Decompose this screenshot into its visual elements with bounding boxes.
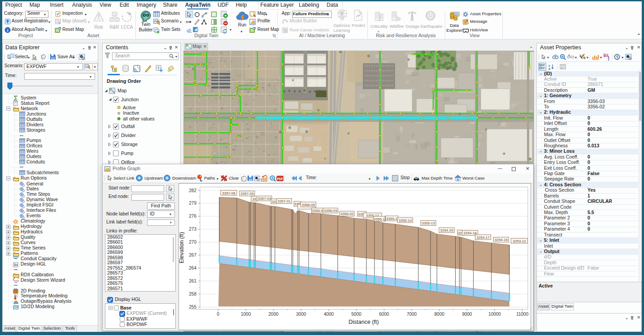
svg-text:a: a	[548, 67, 550, 70]
svg-text:9000: 9000	[462, 312, 472, 317]
svg-text:3254-17: 3254-17	[476, 236, 490, 240]
svg-text:3356-02: 3356-02	[340, 212, 354, 216]
svg-text:3356-03: 3356-03	[324, 209, 337, 213]
svg-text:PDF: PDF	[277, 177, 283, 180]
svg-text:3355-14: 3355-14	[399, 219, 412, 223]
svg-text:3254-16: 3254-16	[495, 238, 508, 242]
svg-text:3000: 3000	[296, 312, 306, 317]
svg-text:6000: 6000	[379, 312, 389, 317]
svg-text:3357-06: 3357-06	[222, 191, 235, 195]
svg-text:0: 0	[217, 312, 220, 317]
svg-text:267: 267	[189, 253, 196, 258]
svg-text:Distance (ft): Distance (ft)	[348, 319, 379, 325]
svg-text:8000: 8000	[435, 312, 445, 317]
svg-text:3355-1: 3355-1	[386, 217, 397, 221]
svg-text:3357-01: 3357-01	[278, 199, 291, 203]
svg-text:258: 258	[189, 292, 196, 296]
svg-text:1000: 1000	[241, 312, 251, 317]
svg-text:3356-05: 3356-05	[302, 203, 315, 207]
svg-text:264: 264	[189, 266, 196, 271]
svg-text:3253-12: 3253-12	[513, 239, 526, 243]
svg-text:3254-18: 3254-18	[463, 231, 477, 235]
svg-text:32: 32	[458, 231, 462, 235]
svg-text:282: 282	[189, 188, 196, 193]
svg-text:261: 261	[189, 279, 196, 283]
svg-text:3357-03: 3357-03	[258, 197, 271, 201]
svg-text:33: 33	[272, 200, 276, 204]
svg-text:4000: 4000	[324, 312, 334, 317]
svg-text:279: 279	[189, 201, 196, 206]
svg-text:273: 273	[189, 227, 196, 232]
svg-text:i: i	[7, 28, 9, 33]
svg-text:5000: 5000	[352, 312, 362, 317]
svg-text:2000: 2000	[269, 312, 279, 317]
svg-text:Elevation (ft): Elevation (ft)	[178, 232, 185, 263]
svg-text:3356-0: 3356-0	[312, 209, 323, 213]
svg-text:7000: 7000	[407, 312, 417, 317]
svg-text:3357-05: 3357-05	[240, 192, 254, 196]
svg-text:11000: 11000	[516, 312, 529, 317]
svg-text:33: 33	[252, 197, 257, 201]
svg-text:3254-20: 3254-20	[440, 228, 453, 232]
svg-text:z: z	[548, 64, 550, 67]
svg-text:270: 270	[189, 240, 196, 245]
svg-text:10000: 10000	[488, 312, 501, 317]
svg-text:!: !	[97, 13, 100, 21]
svg-text:3355-13: 3355-13	[422, 221, 435, 225]
svg-text:255: 255	[189, 305, 196, 309]
svg-text:3355-1: 3355-1	[374, 217, 385, 221]
svg-text:276: 276	[189, 214, 196, 219]
